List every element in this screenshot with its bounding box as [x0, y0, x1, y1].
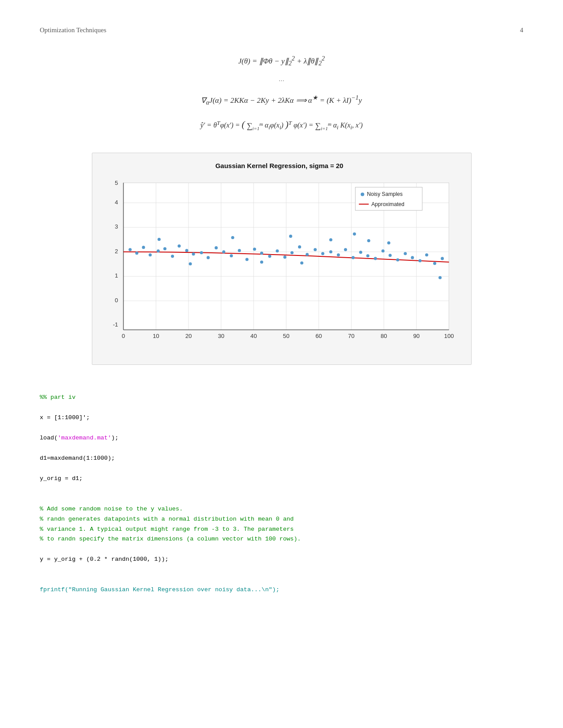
svg-point-59	[306, 253, 309, 256]
svg-point-66	[353, 233, 356, 236]
svg-point-35	[128, 248, 132, 251]
svg-point-79	[418, 259, 421, 263]
svg-point-58	[298, 246, 301, 249]
svg-point-90	[360, 193, 364, 196]
svg-point-62	[157, 238, 160, 241]
code-line-4: d1=maxdemand(1:1000);	[40, 455, 115, 462]
svg-point-87	[260, 261, 263, 264]
svg-point-70	[351, 256, 355, 259]
code-line-6: y = y_orig + (0.2 * randn(1000, 1));	[40, 556, 169, 563]
svg-text:20: 20	[185, 333, 192, 339]
svg-text:Approximated: Approximated	[371, 201, 404, 207]
code-fprintf-str: "Running Gaussian Kernel Regression over…	[68, 586, 272, 593]
page-header: Optimization Techniques 4	[40, 26, 523, 34]
svg-point-88	[300, 262, 303, 265]
svg-point-76	[396, 259, 399, 262]
svg-point-51	[245, 258, 248, 261]
code-comment-2: % Add some random noise to the y values.…	[40, 506, 301, 543]
svg-point-71	[359, 251, 362, 254]
svg-point-60	[314, 248, 317, 251]
svg-point-77	[404, 252, 407, 255]
chart-inner: -1 0 1 2 3 4 5 0 10 20 30 40 50 60 70 80…	[101, 175, 458, 351]
code-line-2: x = [1:1000]';	[40, 414, 90, 421]
svg-text:100: 100	[444, 333, 453, 339]
svg-text:70: 70	[348, 333, 355, 339]
svg-point-49	[230, 255, 233, 258]
svg-text:3: 3	[115, 224, 118, 230]
svg-text:Noisy Samples: Noisy Samples	[367, 191, 402, 198]
svg-point-40	[163, 248, 166, 251]
code-line-3: load(	[40, 435, 58, 441]
svg-point-45	[200, 251, 203, 255]
chart-title: Gaussian Kernel Regression, sigma = 20	[101, 162, 458, 169]
svg-point-83	[438, 276, 442, 279]
code-line-5: y_orig = d1;	[40, 475, 83, 482]
svg-point-50	[238, 249, 241, 252]
svg-text:0: 0	[115, 297, 118, 304]
svg-text:0: 0	[121, 333, 125, 339]
svg-text:10: 10	[152, 333, 159, 339]
math-equations: J(θ) = ‖Φθ − y‖22 + λ‖θ‖22 ⋯ ∇αJ(α) = 2K…	[40, 52, 523, 135]
svg-point-36	[135, 252, 138, 255]
chart-svg: -1 0 1 2 3 4 5 0 10 20 30 40 50 60 70 80…	[101, 175, 458, 351]
svg-point-69	[344, 248, 347, 251]
svg-point-44	[192, 253, 195, 256]
svg-text:90: 90	[413, 333, 419, 339]
svg-point-55	[276, 250, 279, 253]
svg-point-73	[374, 257, 377, 260]
svg-point-78	[411, 256, 414, 259]
svg-point-85	[387, 241, 390, 244]
equation-3: ŷ′ = θTφ(x′) = ( ∑i=1m αiφ(xi) )T φ(x′) …	[40, 114, 523, 135]
math-ellipsis: ⋯	[40, 75, 523, 87]
svg-point-63	[231, 236, 234, 239]
svg-point-82	[441, 257, 444, 260]
svg-text:4: 4	[115, 199, 118, 206]
svg-point-53	[260, 252, 263, 255]
equation-2: ∇αJ(α) = 2KKα − 2Ky + 2λKα ⟹ α★ = (K + λ…	[40, 91, 523, 109]
svg-point-74	[381, 250, 384, 253]
svg-text:60: 60	[315, 333, 322, 339]
svg-point-72	[366, 255, 369, 258]
svg-point-65	[329, 238, 332, 241]
document-title: Optimization Techniques	[40, 26, 106, 34]
svg-point-43	[185, 249, 188, 252]
svg-point-57	[290, 251, 293, 255]
svg-point-61	[321, 252, 324, 255]
svg-text:30: 30	[218, 333, 224, 339]
svg-point-42	[178, 245, 181, 248]
code-string-1: 'maxdemand.mat'	[58, 435, 112, 441]
svg-text:1: 1	[115, 273, 118, 279]
svg-point-38	[148, 254, 151, 257]
svg-text:40: 40	[250, 333, 257, 339]
svg-text:5: 5	[115, 180, 118, 187]
svg-point-67	[329, 251, 332, 254]
svg-point-56	[283, 256, 286, 259]
svg-point-84	[367, 239, 370, 242]
svg-point-68	[336, 254, 340, 257]
svg-point-46	[206, 256, 209, 259]
svg-point-75	[388, 254, 391, 257]
svg-point-41	[171, 255, 174, 258]
code-block: %% part iv x = [1:1000]'; load('maxdeman…	[40, 383, 523, 595]
svg-point-81	[433, 262, 436, 265]
svg-point-48	[222, 251, 225, 254]
svg-point-52	[253, 248, 256, 251]
svg-text:50: 50	[283, 333, 289, 339]
code-line-3b: );	[111, 435, 118, 441]
code-fprintf-end: );	[272, 586, 280, 593]
svg-point-80	[425, 254, 428, 257]
code-fprintf: fprintf(	[40, 586, 68, 593]
code-comment-1: %% part iv	[40, 394, 76, 401]
equation-1: J(θ) = ‖Φθ − y‖22 + λ‖θ‖22	[40, 52, 523, 70]
svg-point-37	[142, 246, 145, 249]
svg-point-54	[268, 255, 271, 258]
page-number: 4	[520, 26, 524, 34]
svg-point-86	[189, 263, 192, 266]
svg-text:80: 80	[381, 333, 387, 339]
svg-text:2: 2	[115, 248, 118, 255]
svg-point-47	[215, 247, 218, 250]
svg-text:-1: -1	[113, 322, 118, 328]
svg-point-39	[156, 250, 159, 253]
chart-container: Gaussian Kernel Regression, sigma = 20	[92, 153, 472, 365]
svg-point-64	[289, 235, 292, 238]
